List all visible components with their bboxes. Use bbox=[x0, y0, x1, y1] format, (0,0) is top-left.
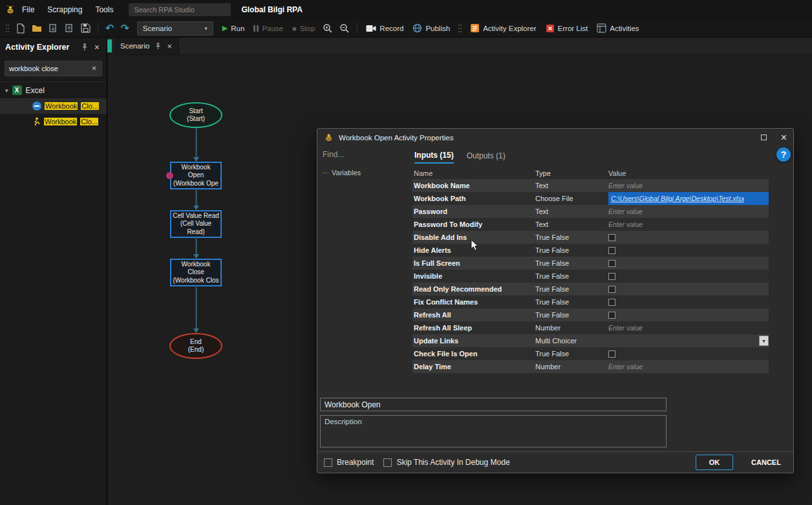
record-button[interactable]: Record bbox=[362, 21, 407, 36]
app-bee-icon bbox=[5, 5, 16, 15]
value-checkbox[interactable] bbox=[608, 312, 615, 319]
publish-button[interactable]: Publish bbox=[409, 21, 454, 36]
value-input[interactable]: Enter value bbox=[608, 321, 769, 334]
table-row: Disable Add Ins True False bbox=[412, 231, 769, 244]
workbook-open-properties-dialog: Workbook Open Activity Properties × Vari… bbox=[317, 128, 794, 473]
zoom-out-icon[interactable] bbox=[337, 21, 352, 36]
node-cell-value-read[interactable]: Cell Value Read (Cell Value Read) bbox=[170, 210, 222, 238]
menu-scrapping[interactable]: Scrapping bbox=[41, 5, 89, 14]
dialog-title: Workbook Open Activity Properties bbox=[339, 134, 453, 142]
tab-outputs[interactable]: Outputs (1) bbox=[467, 148, 506, 164]
scenario-dropdown-value: Scenario bbox=[143, 25, 172, 32]
table-row: Fix Conflict Names True False bbox=[412, 295, 769, 308]
tree-connector bbox=[323, 173, 329, 173]
ok-button[interactable]: OK bbox=[696, 455, 733, 470]
value-input[interactable]: Enter value bbox=[608, 360, 769, 373]
activity-name-input[interactable] bbox=[320, 398, 667, 411]
workbook-close-activity-icon bbox=[32, 102, 41, 111]
export-icon[interactable] bbox=[62, 21, 77, 36]
tab-inputs[interactable]: Inputs (15) bbox=[414, 148, 454, 164]
tree-group-excel[interactable]: ▾ X Excel bbox=[0, 82, 107, 98]
description-textarea[interactable]: Description bbox=[320, 415, 667, 447]
activity-search-box[interactable]: × bbox=[5, 61, 102, 76]
maximize-icon[interactable] bbox=[761, 134, 767, 140]
stop-icon: ■ bbox=[292, 25, 297, 32]
table-row: Hide Alerts True False bbox=[412, 244, 769, 257]
value-dropdown[interactable]: ▼ bbox=[608, 334, 769, 347]
activity-search-input[interactable] bbox=[9, 65, 91, 72]
toolbar-grip[interactable] bbox=[455, 21, 465, 36]
value-checkbox[interactable] bbox=[608, 260, 615, 267]
menu-file[interactable]: File bbox=[16, 5, 41, 14]
value-input[interactable]: Enter value bbox=[608, 218, 769, 231]
toolbar: ↶ ↷ Scenario ▾ ▶ Run Pause ■ Stop Record… bbox=[0, 19, 812, 38]
search-match-text: Clo... bbox=[81, 102, 99, 110]
activity-explorer-header: Activity Explorer × bbox=[0, 38, 107, 57]
chevron-down-icon: ▾ bbox=[5, 87, 8, 94]
excel-icon: X bbox=[12, 85, 22, 95]
breakpoint-label: Breakpoint bbox=[337, 458, 374, 467]
global-search-input[interactable] bbox=[129, 3, 231, 16]
play-icon: ▶ bbox=[222, 24, 228, 32]
activity-explorer-toggle[interactable]: Activity Explorer bbox=[466, 21, 540, 36]
menu-tools[interactable]: Tools bbox=[89, 5, 120, 14]
value-checkbox[interactable] bbox=[608, 350, 615, 358]
clear-search-icon[interactable]: × bbox=[91, 64, 98, 73]
cancel-button[interactable]: CANCEL bbox=[745, 455, 787, 470]
value-checkbox[interactable] bbox=[608, 286, 615, 293]
tree-item-workbook-close-2[interactable]: Workbook Clo... bbox=[0, 114, 107, 129]
value-checkbox[interactable] bbox=[608, 234, 615, 241]
toolbar-grip[interactable] bbox=[3, 21, 12, 36]
value-checkbox[interactable] bbox=[608, 273, 615, 280]
table-row: Check File Is Open True False bbox=[412, 347, 769, 360]
variables-tree-item[interactable]: Variables bbox=[323, 169, 407, 177]
value-checkbox[interactable] bbox=[608, 299, 615, 306]
table-row: Password To Modify Text Enter value bbox=[412, 218, 769, 231]
breakpoint-marker[interactable] bbox=[166, 172, 173, 179]
skip-debug-label: Skip This Activity In Debug Mode bbox=[396, 458, 509, 467]
pin-icon[interactable] bbox=[81, 43, 89, 51]
new-file-icon[interactable] bbox=[14, 21, 28, 36]
find-input[interactable] bbox=[323, 150, 399, 160]
activities-toggle[interactable]: Activities bbox=[593, 21, 643, 36]
activity-explorer-panel: Activity Explorer × × ▾ X Excel Workbook… bbox=[0, 38, 107, 505]
scenario-dropdown[interactable]: Scenario ▾ bbox=[137, 21, 213, 36]
value-input[interactable]: Enter value bbox=[608, 179, 769, 192]
chevron-down-icon: ▾ bbox=[204, 25, 208, 32]
file-path-value[interactable]: C:\Users\Global Bilgi Arge\Desktop\Test.… bbox=[608, 192, 769, 205]
node-end[interactable]: End (End) bbox=[169, 333, 222, 359]
table-row: Workbook Path Choose File C:\Users\Globa… bbox=[412, 192, 769, 205]
run-button[interactable]: ▶ Run bbox=[219, 21, 249, 36]
redo-icon[interactable]: ↷ bbox=[118, 21, 131, 36]
dialog-bee-icon bbox=[324, 133, 334, 142]
pause-button[interactable]: Pause bbox=[250, 21, 287, 36]
import-icon[interactable] bbox=[46, 21, 61, 36]
pause-icon bbox=[253, 25, 259, 32]
error-list-toggle[interactable]: Error List bbox=[542, 21, 592, 36]
open-folder-icon[interactable] bbox=[29, 21, 45, 36]
help-button[interactable]: ? bbox=[776, 147, 791, 162]
tree-item-workbook-close-1[interactable]: Workbook Clo... bbox=[0, 98, 107, 114]
save-icon[interactable] bbox=[78, 21, 93, 36]
search-match-text: Workbook bbox=[44, 118, 77, 125]
value-checkbox[interactable] bbox=[608, 247, 615, 254]
node-start[interactable]: Start (Start) bbox=[169, 102, 222, 128]
breakpoint-checkbox[interactable] bbox=[324, 458, 332, 467]
node-workbook-close[interactable]: Workbook Close (Workbook Clos bbox=[170, 259, 222, 286]
value-input[interactable]: Enter value bbox=[608, 205, 769, 218]
toolbar-separator bbox=[98, 23, 98, 34]
dialog-titlebar[interactable]: Workbook Open Activity Properties × bbox=[317, 129, 793, 146]
node-workbook-open[interactable]: Workbook Open (Workbook Ope bbox=[170, 162, 222, 189]
undo-icon[interactable]: ↶ bbox=[103, 21, 116, 36]
stop-button[interactable]: ■ Stop bbox=[288, 21, 319, 36]
dialog-main: Inputs (15) Outputs (1) Name Type Value … bbox=[407, 146, 793, 398]
activities-icon bbox=[597, 23, 606, 33]
dropdown-button[interactable]: ▼ bbox=[759, 336, 769, 346]
dialog-tabs: Inputs (15) Outputs (1) bbox=[407, 146, 793, 164]
skip-debug-checkbox[interactable] bbox=[383, 458, 392, 467]
zoom-in-icon[interactable] bbox=[320, 21, 336, 36]
close-panel-icon[interactable]: × bbox=[92, 42, 102, 52]
dropdown-arrow-icon: ▼ bbox=[762, 339, 766, 343]
search-match-text: Workbook bbox=[45, 102, 78, 110]
close-dialog-icon[interactable]: × bbox=[781, 133, 787, 143]
